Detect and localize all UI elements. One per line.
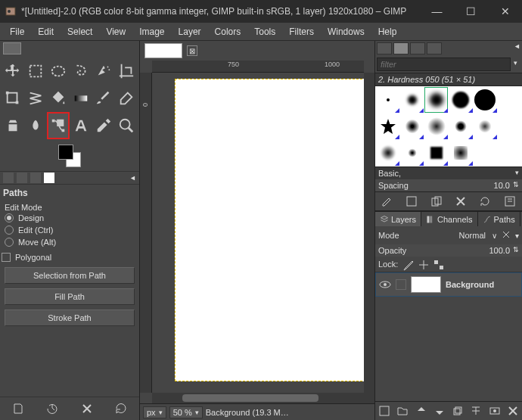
new-group-icon[interactable] — [396, 405, 409, 417]
brush-item[interactable] — [400, 140, 424, 166]
brush-item[interactable] — [449, 87, 472, 113]
brush-item[interactable] — [474, 114, 497, 139]
lock-pixels-icon[interactable] — [402, 259, 413, 269]
brush-item[interactable] — [424, 87, 448, 113]
toolbox-tab-tools[interactable] — [3, 42, 21, 54]
dock-menu-icon[interactable]: ◄ — [514, 42, 520, 54]
tool-options-tab3-icon[interactable] — [30, 173, 41, 183]
brush-item[interactable] — [449, 114, 472, 139]
tool-eraser[interactable] — [115, 85, 138, 112]
lock-position-icon[interactable] — [418, 259, 428, 269]
tool-bucket-fill[interactable] — [47, 85, 70, 112]
scrollbar-vertical[interactable] — [364, 73, 374, 393]
mode-edit[interactable]: Edit (Ctrl) — [5, 224, 135, 236]
new-layer-icon[interactable] — [378, 405, 390, 417]
tool-unified-transform[interactable] — [2, 85, 24, 112]
brush-item[interactable] — [400, 114, 424, 139]
delete-layer-icon[interactable] — [507, 405, 519, 417]
minimize-button[interactable]: — — [420, 0, 454, 23]
ruler-vertical[interactable]: 0 — [140, 73, 152, 393]
spinner-icon[interactable]: ⇅ — [513, 246, 519, 255]
scrollbar-thumb[interactable] — [182, 394, 318, 402]
dock-tab-brushes[interactable] — [393, 42, 409, 54]
tool-options-tab-icon[interactable] — [3, 173, 14, 183]
eye-icon[interactable] — [379, 278, 391, 291]
tool-free-select[interactable] — [70, 58, 92, 85]
maximize-button[interactable]: ☐ — [454, 0, 488, 23]
brush-item[interactable] — [400, 87, 424, 113]
nav-button[interactable] — [364, 393, 374, 403]
brush-item[interactable] — [498, 140, 521, 166]
layer-opacity[interactable]: Opacity 100.0 ⇅ — [375, 244, 522, 257]
delete-preset-icon[interactable] — [80, 402, 94, 415]
menu-edit[interactable]: Edit — [31, 24, 61, 39]
brush-item[interactable] — [424, 140, 448, 166]
chevron-down-icon[interactable]: ∨ — [492, 232, 497, 240]
image-tab[interactable] — [144, 43, 182, 58]
layer-name[interactable]: Background — [446, 280, 494, 289]
brush-item[interactable] — [474, 87, 497, 113]
spinner-icon[interactable]: ⇅ — [513, 181, 519, 190]
tool-text[interactable] — [70, 112, 92, 139]
tool-ellipse-select[interactable] — [47, 58, 70, 85]
fill-path-button[interactable]: Fill Path — [5, 288, 135, 305]
selection-from-path-button[interactable]: Selection from Path — [5, 267, 135, 284]
new-brush-icon[interactable] — [405, 195, 418, 207]
brush-item[interactable] — [424, 114, 448, 139]
tool-paintbrush[interactable] — [92, 85, 115, 112]
edit-brush-icon[interactable] — [381, 195, 393, 207]
restore-preset-icon[interactable] — [45, 402, 59, 415]
raise-layer-icon[interactable] — [415, 405, 427, 417]
tool-options-tab4-icon[interactable] — [44, 173, 54, 183]
canvas[interactable] — [175, 79, 364, 381]
tool-crop[interactable] — [115, 58, 138, 85]
duplicate-layer-icon[interactable] — [452, 405, 464, 417]
brush-item[interactable] — [498, 114, 521, 139]
tool-move[interactable] — [2, 58, 24, 85]
brush-item[interactable] — [474, 140, 497, 166]
tab-layers[interactable]: Layers — [375, 212, 421, 226]
reset-preset-icon[interactable] — [114, 402, 128, 415]
brush-spacing[interactable]: Spacing 10.0 ⇅ — [375, 179, 522, 191]
brush-item[interactable] — [498, 87, 521, 113]
unit-selector[interactable]: px▾ — [143, 406, 166, 418]
refresh-brush-icon[interactable] — [479, 195, 491, 207]
layer-mode-select[interactable]: Normal — [402, 231, 489, 240]
mask-layer-icon[interactable] — [489, 405, 501, 417]
menu-tools[interactable]: Tools — [247, 24, 282, 39]
scrollbar-horizontal[interactable] — [152, 393, 364, 403]
dock-tab-3[interactable] — [410, 42, 425, 54]
brush-item[interactable] — [449, 140, 472, 166]
menu-layer[interactable]: Layer — [172, 24, 208, 39]
tool-smudge[interactable] — [24, 112, 47, 139]
mode-switch-icon[interactable] — [500, 229, 512, 242]
tool-paths[interactable] — [47, 112, 70, 139]
stroke-path-button[interactable]: Stroke Path — [5, 310, 135, 326]
menu-select[interactable]: Select — [61, 24, 99, 39]
tool-clone[interactable] — [2, 112, 24, 139]
layer-thumbnail[interactable] — [411, 276, 441, 293]
tool-gradient[interactable] — [70, 85, 92, 112]
foreground-color[interactable] — [58, 145, 73, 160]
zoom-selector[interactable]: 50 %▾ — [169, 406, 203, 418]
close-button[interactable]: ✕ — [488, 0, 522, 23]
lock-alpha-icon[interactable] — [433, 259, 443, 269]
merge-layer-icon[interactable] — [470, 405, 482, 417]
menu-colors[interactable]: Colors — [208, 24, 248, 39]
tool-options-tab2-icon[interactable] — [17, 173, 27, 183]
tool-warp[interactable] — [24, 85, 47, 112]
menu-image[interactable]: Image — [132, 24, 171, 39]
menu-windows[interactable]: Windows — [321, 24, 371, 39]
brush-item[interactable] — [376, 87, 399, 113]
lower-layer-icon[interactable] — [433, 405, 446, 417]
mode-design[interactable]: Design — [5, 212, 135, 224]
chevron-down-icon[interactable]: ▾ — [515, 232, 519, 240]
delete-brush-icon[interactable] — [455, 195, 467, 207]
filter-dropdown-icon[interactable]: ▾ — [511, 58, 520, 71]
layer-item[interactable]: Background — [375, 272, 522, 297]
tab-channels[interactable]: Channels — [421, 212, 477, 226]
tool-color-picker[interactable] — [92, 112, 115, 139]
tool-fuzzy-select[interactable] — [92, 58, 115, 85]
save-preset-icon[interactable] — [11, 402, 25, 415]
ruler-horizontal[interactable]: 750 1000 — [152, 61, 364, 73]
